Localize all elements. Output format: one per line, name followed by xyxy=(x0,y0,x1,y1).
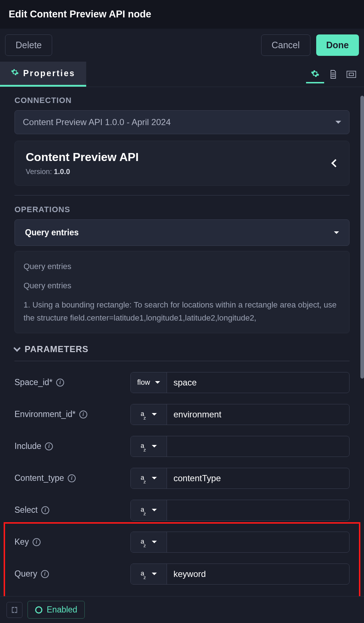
type-select[interactable]: az xyxy=(131,532,167,552)
op-desc-text: 1. Using a bounding rectangle: To search… xyxy=(24,298,340,324)
chevron-left-icon[interactable] xyxy=(331,159,340,168)
param-input-wrap: az xyxy=(130,436,350,457)
enabled-label: Enabled xyxy=(47,605,77,615)
type-select[interactable]: az xyxy=(131,436,167,457)
info-icon[interactable]: i xyxy=(41,570,49,578)
param-row: Content_typeiaz xyxy=(14,468,350,489)
chevron-down-icon xyxy=(13,344,21,352)
param-label: Keyi xyxy=(14,537,130,547)
connection-dropdown[interactable]: Content Preview API 1.0.0 - April 2024 xyxy=(14,110,350,134)
svg-rect-0 xyxy=(347,71,356,78)
content-panel: CONNECTION Content Preview API 1.0.0 - A… xyxy=(0,87,364,612)
info-icon[interactable]: i xyxy=(45,442,53,450)
caret-down-icon xyxy=(334,231,339,234)
delete-button[interactable]: Delete xyxy=(5,34,52,56)
caret-down-icon xyxy=(335,121,341,124)
settings-view-icon[interactable] xyxy=(306,65,324,83)
connection-card: Content Preview API Version: 1.0.0 xyxy=(14,141,350,186)
param-row: Space_id*iflow xyxy=(14,372,350,393)
info-icon[interactable]: i xyxy=(79,410,87,418)
tab-properties[interactable]: Properties xyxy=(0,62,86,87)
group-view-icon[interactable] xyxy=(342,65,360,83)
param-label: Queryi xyxy=(14,569,130,579)
param-input[interactable] xyxy=(167,500,349,520)
type-select[interactable]: az xyxy=(131,468,167,488)
connection-label: CONNECTION xyxy=(14,96,350,105)
operations-value: Query entries xyxy=(25,228,79,238)
caret-down-icon xyxy=(152,445,157,447)
param-input[interactable] xyxy=(167,404,349,425)
param-input[interactable] xyxy=(167,436,349,457)
connection-value: Content Preview API 1.0.0 - April 2024 xyxy=(23,117,171,127)
operation-description: Query entries Query entries 1. Using a b… xyxy=(14,251,350,333)
modal: Edit Content Preview API node Delete Can… xyxy=(0,0,364,623)
caret-down-icon xyxy=(152,413,157,416)
param-input-wrap: az xyxy=(130,564,350,585)
gear-icon xyxy=(11,68,19,78)
param-label: Environment_id*i xyxy=(14,409,130,419)
circle-icon xyxy=(35,606,42,614)
param-row: Includeiaz xyxy=(14,436,350,457)
param-input[interactable] xyxy=(167,532,349,552)
param-label: Space_id*i xyxy=(14,377,130,387)
param-input-wrap: az xyxy=(130,500,350,521)
caret-down-icon xyxy=(152,541,157,543)
document-view-icon[interactable] xyxy=(324,65,342,83)
op-desc-title: Query entries xyxy=(24,260,340,273)
version-value: 1.0.0 xyxy=(54,168,70,176)
info-icon[interactable]: i xyxy=(56,379,64,387)
divider xyxy=(14,361,350,361)
param-label: Content_typei xyxy=(14,473,130,483)
type-select[interactable]: az xyxy=(131,404,167,425)
modal-title: Edit Content Preview API node xyxy=(0,0,364,29)
param-input-wrap: az xyxy=(130,404,350,425)
operations-dropdown[interactable]: Query entries xyxy=(14,219,350,246)
param-input-wrap: az xyxy=(130,532,350,553)
param-input[interactable] xyxy=(167,468,349,488)
footer: Enabled xyxy=(0,596,364,623)
info-icon[interactable]: i xyxy=(68,474,76,482)
param-input-wrap: flow xyxy=(130,372,350,393)
info-icon[interactable]: i xyxy=(33,538,41,546)
connection-title: Content Preview API xyxy=(26,150,139,164)
divider xyxy=(14,195,350,195)
scrollbar-thumb[interactable] xyxy=(360,96,364,379)
param-row: Selectiaz xyxy=(14,500,350,521)
op-desc-sub: Query entries xyxy=(24,279,340,292)
docs-button[interactable] xyxy=(7,602,22,618)
param-label: Selecti xyxy=(14,505,130,515)
param-input-wrap: az xyxy=(130,468,350,489)
tabs-row: Properties xyxy=(0,62,364,87)
info-icon[interactable]: i xyxy=(41,506,49,514)
type-select[interactable]: az xyxy=(131,564,167,584)
caret-down-icon xyxy=(152,509,157,511)
caret-down-icon xyxy=(155,381,160,384)
type-select[interactable]: az xyxy=(131,500,167,520)
svg-rect-1 xyxy=(349,73,353,75)
done-button[interactable]: Done xyxy=(316,34,359,56)
parameters-label: PARAMETERS xyxy=(25,344,88,354)
param-row: Keyiaz xyxy=(14,532,350,553)
param-label: Includei xyxy=(14,441,130,451)
caret-down-icon xyxy=(152,477,157,479)
parameters-section-toggle[interactable]: PARAMETERS xyxy=(14,344,350,354)
action-bar: Delete Cancel Done xyxy=(0,29,364,62)
tab-label: Properties xyxy=(23,69,75,78)
cancel-button[interactable]: Cancel xyxy=(261,34,310,56)
param-input[interactable] xyxy=(167,372,349,393)
caret-down-icon xyxy=(152,573,157,575)
type-select[interactable]: flow xyxy=(131,372,167,393)
version-label: Version: xyxy=(26,168,52,176)
param-row: Environment_id*iaz xyxy=(14,404,350,425)
enabled-toggle[interactable]: Enabled xyxy=(28,601,85,619)
param-input[interactable] xyxy=(167,564,349,584)
param-row: Queryiaz xyxy=(14,564,350,585)
operations-label: OPERATIONS xyxy=(14,205,350,214)
